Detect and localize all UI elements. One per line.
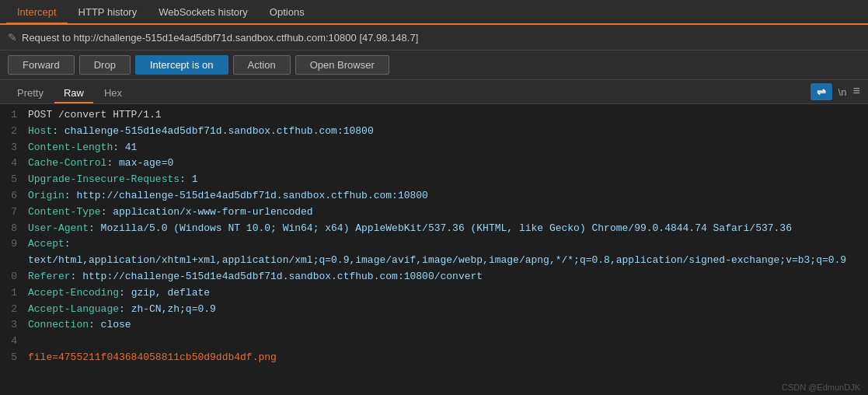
table-row: 1Accept-Encoding: gzip, deflate bbox=[0, 285, 868, 302]
line-content: Content-Type: application/x-www-form-url… bbox=[28, 204, 865, 221]
line-number: 8 bbox=[3, 221, 17, 237]
line-number: 9 bbox=[3, 236, 17, 253]
forward-button[interactable]: Forward bbox=[8, 55, 75, 75]
line-number: 2 bbox=[3, 124, 17, 140]
tab-websockets-history[interactable]: WebSockets history bbox=[148, 2, 259, 24]
intercept-on-button[interactable]: Intercept is on bbox=[135, 55, 228, 75]
tab-intercept[interactable]: Intercept bbox=[6, 2, 68, 24]
table-row: 4 bbox=[0, 334, 868, 350]
tab-raw[interactable]: Raw bbox=[54, 84, 93, 103]
table-row: 3Content-Length: 41 bbox=[0, 140, 868, 156]
line-content: text/html,application/xhtml+xml,applicat… bbox=[28, 253, 865, 269]
table-row: text/html,application/xhtml+xml,applicat… bbox=[0, 253, 868, 269]
serialize-icon-button[interactable]: ⇌ bbox=[810, 83, 832, 100]
tab-pretty[interactable]: Pretty bbox=[8, 84, 53, 103]
line-content: Origin: http://challenge-515d1e4ad5dbf71… bbox=[28, 188, 865, 204]
table-row: 5Upgrade-Insecure-Requests: 1 bbox=[0, 172, 868, 188]
open-browser-button[interactable]: Open Browser bbox=[295, 55, 389, 75]
menu-icon[interactable]: ≡ bbox=[852, 85, 860, 99]
line-content: Accept-Language: zh-CN,zh;q=0.9 bbox=[28, 302, 865, 318]
line-content: Content-Length: 41 bbox=[28, 140, 865, 156]
tab-hex[interactable]: Hex bbox=[95, 84, 131, 103]
line-number: 7 bbox=[3, 204, 17, 221]
line-number: 0 bbox=[3, 269, 17, 285]
table-row: 2Host: challenge-515d1e4ad5dbf71d.sandbo… bbox=[0, 124, 868, 140]
line-content: POST /convert HTTP/1.1 bbox=[28, 107, 865, 124]
action-bar: Forward Drop Intercept is on Action Open… bbox=[0, 51, 868, 80]
line-content: Connection: close bbox=[28, 317, 865, 334]
line-number: 4 bbox=[3, 334, 17, 350]
line-number: 5 bbox=[3, 350, 17, 366]
line-number: 6 bbox=[3, 188, 17, 204]
table-row: 9Accept: bbox=[0, 236, 868, 253]
table-row: 2Accept-Language: zh-CN,zh;q=0.9 bbox=[0, 302, 868, 318]
line-content: User-Agent: Mozilla/5.0 (Windows NT 10.0… bbox=[28, 221, 865, 237]
table-row: 6Origin: http://challenge-515d1e4ad5dbf7… bbox=[0, 188, 868, 204]
line-number: 5 bbox=[3, 172, 17, 188]
line-number: 4 bbox=[3, 156, 17, 172]
action-button[interactable]: Action bbox=[233, 55, 291, 75]
code-area: 1POST /convert HTTP/1.12Host: challenge-… bbox=[0, 104, 868, 384]
request-bar: ✎ Request to http://challenge-515d1e4ad5… bbox=[0, 25, 868, 51]
tabs-bar: Intercept HTTP history WebSockets histor… bbox=[0, 0, 868, 25]
line-content: Accept-Encoding: gzip, deflate bbox=[28, 285, 865, 302]
newline-icon: \n bbox=[838, 86, 847, 98]
line-content: Accept: bbox=[28, 236, 865, 253]
line-content: Host: challenge-515d1e4ad5dbf71d.sandbox… bbox=[28, 124, 865, 140]
tab-options[interactable]: Options bbox=[259, 2, 315, 24]
line-content: file=4755211f043684058811cb50d9ddb4df.pn… bbox=[28, 350, 865, 366]
watermark: CSDN @EdmunDJK bbox=[782, 383, 860, 392]
line-number: 3 bbox=[3, 140, 17, 156]
line-number: 2 bbox=[3, 302, 17, 318]
table-row: 0Referer: http://challenge-515d1e4ad5dbf… bbox=[0, 269, 868, 285]
table-row: 3Connection: close bbox=[0, 317, 868, 334]
edit-icon: ✎ bbox=[8, 31, 17, 44]
table-row: 8User-Agent: Mozilla/5.0 (Windows NT 10.… bbox=[0, 221, 868, 237]
line-content: Referer: http://challenge-515d1e4ad5dbf7… bbox=[28, 269, 865, 285]
tab-http-history[interactable]: HTTP history bbox=[68, 2, 148, 24]
line-content: Cache-Control: max-age=0 bbox=[28, 156, 865, 172]
line-content: Upgrade-Insecure-Requests: 1 bbox=[28, 172, 865, 188]
line-number: 1 bbox=[3, 285, 17, 302]
line-number: 3 bbox=[3, 317, 17, 334]
table-row: 1POST /convert HTTP/1.1 bbox=[0, 107, 868, 124]
line-content bbox=[28, 334, 865, 350]
drop-button[interactable]: Drop bbox=[79, 55, 131, 75]
table-row: 5file=4755211f043684058811cb50d9ddb4df.p… bbox=[0, 350, 868, 366]
view-tabs-bar: Pretty Raw Hex ⇌ \n ≡ bbox=[0, 80, 868, 104]
line-number: 1 bbox=[3, 107, 17, 124]
table-row: 4Cache-Control: max-age=0 bbox=[0, 156, 868, 172]
line-number bbox=[3, 253, 17, 269]
table-row: 7Content-Type: application/x-www-form-ur… bbox=[0, 204, 868, 221]
request-url: Request to http://challenge-515d1e4ad5db… bbox=[22, 32, 418, 44]
